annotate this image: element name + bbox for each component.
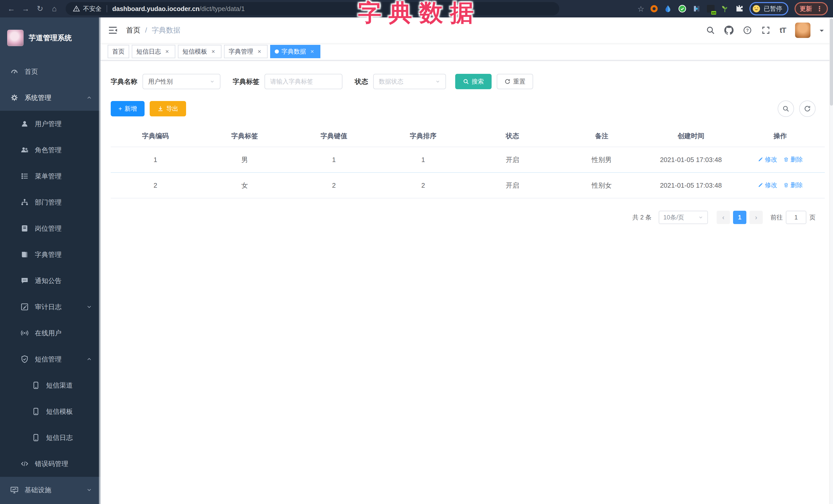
page-size-select[interactable]: 10条/页: [659, 211, 708, 224]
phone-icon: [32, 433, 40, 442]
chevron-down-icon: [86, 487, 92, 493]
refresh-button[interactable]: [799, 100, 815, 117]
column-header: 字典排序: [379, 125, 468, 147]
extension-slate-diamond-icon[interactable]: [693, 5, 701, 13]
browser-reload-icon[interactable]: ↻: [34, 3, 46, 15]
help-icon[interactable]: ?: [743, 26, 752, 35]
dict-label-input[interactable]: [264, 74, 342, 89]
trash-icon: [783, 157, 789, 162]
hide-search-button[interactable]: [778, 100, 794, 117]
extension-green-check-icon[interactable]: [678, 5, 686, 13]
sidebar-item-user-management[interactable]: 用户管理: [0, 111, 100, 137]
next-page-button[interactable]: ›: [749, 211, 763, 224]
tab-label: 字典管理: [229, 47, 253, 56]
edit-link[interactable]: 修改: [758, 155, 777, 164]
dict-name-value: 用户性别: [148, 77, 173, 86]
breadcrumb-home[interactable]: 首页: [126, 25, 140, 35]
sidebar-item-menu-management[interactable]: 菜单管理: [0, 163, 100, 189]
tab-首页[interactable]: 首页: [108, 45, 129, 58]
goto-page-input[interactable]: [786, 211, 806, 224]
breadcrumb-current: 字典数据: [152, 25, 181, 35]
update-label: 更新: [800, 5, 812, 13]
page-scrollbar[interactable]: [829, 18, 833, 504]
profile-paused-badge[interactable]: 已暂停: [749, 2, 788, 16]
browser-back-icon[interactable]: ←: [5, 3, 18, 15]
delete-link[interactable]: 删除: [783, 155, 803, 164]
cell-actions: 修改删除: [736, 147, 825, 172]
status-select[interactable]: 数据状态: [373, 74, 446, 89]
search-button[interactable]: 搜索: [455, 74, 492, 89]
app-logo[interactable]: 芋道管理系统: [0, 18, 100, 58]
delete-link[interactable]: 删除: [783, 181, 803, 189]
extension-on-badge: on: [711, 11, 716, 15]
scrollbar-thumb[interactable]: [830, 19, 833, 105]
user-avatar[interactable]: [795, 23, 810, 38]
tab-短信模板[interactable]: 短信模板×: [178, 45, 221, 58]
extension-orange-ring-icon[interactable]: [650, 5, 658, 12]
prev-page-button[interactable]: ‹: [717, 211, 730, 224]
tab-字典管理[interactable]: 字典管理×: [224, 45, 268, 58]
close-icon[interactable]: ×: [309, 48, 316, 55]
sidebar-collapse-icon[interactable]: [108, 25, 118, 35]
dict-name-select[interactable]: 用户性别: [143, 74, 220, 89]
sidebar-item-home[interactable]: 首页: [0, 58, 100, 85]
sidebar-item-sms-channel[interactable]: 短信渠道: [0, 372, 100, 399]
cell-remark: 性别男: [557, 147, 646, 172]
address-bar[interactable]: 不安全 dashboard.yudao.iocoder.cn/dict/type…: [66, 2, 559, 16]
table-row: 2女22开启性别女2021-01-05 17:03:48修改删除: [111, 172, 825, 198]
sidebar-item-label: 错误码管理: [35, 459, 68, 469]
tab-字典数据[interactable]: 字典数据×: [270, 45, 320, 58]
sidebar-item-system-management[interactable]: 系统管理: [0, 85, 100, 111]
chevron-up-icon: [86, 356, 92, 362]
sidebar-item-sms-log[interactable]: 短信日志: [0, 425, 100, 451]
sidebar-item-online-users[interactable]: 在线用户: [0, 320, 100, 346]
shield-check-icon: [21, 355, 29, 363]
extension-blue-drop-icon[interactable]: [664, 5, 672, 13]
close-icon[interactable]: ×: [164, 48, 171, 55]
kebab-menu-icon[interactable]: ⋮: [816, 5, 823, 13]
status-placeholder: 数据状态: [379, 77, 403, 86]
export-button[interactable]: 导出: [150, 101, 186, 116]
fullscreen-icon[interactable]: [761, 26, 770, 35]
users-icon: [21, 146, 29, 154]
extension-sprout-icon[interactable]: [721, 5, 729, 13]
avatar-caret-down-icon[interactable]: [820, 30, 824, 34]
reset-button[interactable]: 重置: [497, 74, 533, 89]
sidebar-item-notice-announcement[interactable]: 通知公告: [0, 268, 100, 294]
sidebar-item-error-code-management[interactable]: 错误码管理: [0, 451, 100, 477]
cell-remark: 性别女: [557, 172, 646, 198]
phone-icon: [32, 381, 40, 389]
bookmark-star-icon[interactable]: ☆: [638, 4, 644, 13]
sidebar-item-dept-management[interactable]: 部门管理: [0, 189, 100, 215]
close-icon[interactable]: ×: [256, 48, 263, 55]
browser-forward-icon[interactable]: →: [20, 3, 32, 15]
close-icon[interactable]: ×: [210, 48, 217, 55]
not-secure-warning-icon: [73, 5, 80, 12]
edit-link[interactable]: 修改: [758, 181, 777, 189]
extension-dark-on-icon[interactable]: on: [707, 5, 715, 13]
sidebar: 芋道管理系统 首页系统管理用户管理角色管理菜单管理部门管理岗位管理字典管理通知公…: [0, 18, 100, 504]
github-icon[interactable]: [724, 26, 734, 35]
chevron-down-icon: [86, 304, 92, 310]
current-page-button[interactable]: 1: [733, 211, 746, 224]
pencil-icon: [758, 157, 763, 162]
sidebar-item-dict-management[interactable]: 字典管理: [0, 241, 100, 268]
sidebar-item-sms-template[interactable]: 短信模板: [0, 399, 100, 425]
tab-短信日志[interactable]: 短信日志×: [132, 45, 175, 58]
sidebar-item-label: 短信日志: [46, 433, 73, 442]
font-size-icon[interactable]: tT: [780, 26, 786, 34]
cell-label: 男: [200, 147, 289, 172]
sidebar-item-sms-management[interactable]: 短信管理: [0, 346, 100, 372]
sidebar-item-audit-log[interactable]: 审计日志: [0, 294, 100, 320]
chevron-down-icon: [210, 79, 215, 84]
add-button[interactable]: + 新增: [111, 101, 145, 116]
sidebar-item-post-management[interactable]: 岗位管理: [0, 215, 100, 241]
search-icon[interactable]: [706, 26, 715, 35]
tab-label: 短信日志: [136, 47, 161, 56]
screen: ← → ↻ ⌂ 不安全 dashboard.yudao.iocoder.cn/d…: [0, 0, 833, 504]
browser-home-icon[interactable]: ⌂: [48, 3, 61, 15]
browser-update-button[interactable]: 更新 ⋮: [794, 2, 828, 16]
sidebar-item-role-management[interactable]: 角色管理: [0, 137, 100, 163]
sidebar-item-infrastructure[interactable]: 基础设施: [0, 477, 100, 503]
extensions-puzzle-icon[interactable]: [735, 5, 743, 13]
